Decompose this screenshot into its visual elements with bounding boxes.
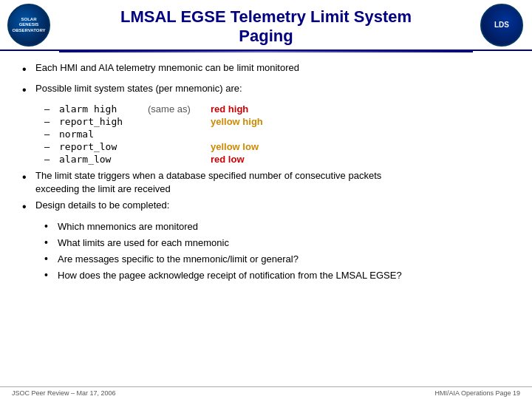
footer-left: JSOC Peer Review – Mar 17, 2006 <box>12 389 116 397</box>
page: SOLAR GENESIS OBSERVATORY LMSAL EGSE Tel… <box>0 0 532 399</box>
title-line2: Paging <box>120 27 412 46</box>
bullet-2-text: Possible limit system states (per mnemon… <box>35 82 242 95</box>
state-label: alarm high <box>59 103 148 115</box>
state-dash: – <box>44 154 59 165</box>
state-label: normal <box>59 129 148 140</box>
states-section: –alarm high(same as)red high–report_high… <box>44 103 510 165</box>
state-row: –report_highyellow high <box>44 116 510 127</box>
state-label: report_high <box>59 116 148 127</box>
header: SOLAR GENESIS OBSERVATORY LMSAL EGSE Tel… <box>0 0 532 51</box>
footer: JSOC Peer Review – Mar 17, 2006 HMI/AIA … <box>0 386 532 399</box>
sub-bullet-text: Are messages specific to the mnemonic/li… <box>58 253 299 266</box>
state-row: –normal <box>44 129 510 140</box>
footer-right: HMI/AIA Operations Page 19 <box>434 389 520 397</box>
state-color-label: yellow high <box>211 116 263 127</box>
title-block: LMSAL EGSE Telemetry Limit System Paging <box>120 7 412 46</box>
sub-bullet-icon: • <box>44 253 58 265</box>
bullet-item-4: • Design details to be completed: <box>22 199 510 215</box>
sub-bullet-icon: • <box>44 236 58 248</box>
title-line1: LMSAL EGSE Telemetry Limit System <box>120 7 412 27</box>
content-area: • Each HMI and AIA telemetry mnemonic ca… <box>0 52 532 386</box>
state-row: –alarm_lowred low <box>44 154 510 165</box>
state-color-label: red low <box>211 154 245 165</box>
state-color-label: red high <box>211 103 248 115</box>
bullet-3-text-1: The limit state triggers when a database… <box>35 169 381 183</box>
bullet-1-icon: • <box>22 61 35 78</box>
bullet-1-text: Each HMI and AIA telemetry mnemonic can … <box>35 61 299 75</box>
bullet-item-3: • The limit state triggers when a databa… <box>22 169 510 196</box>
state-dash: – <box>44 141 59 152</box>
sub-bullet-text: How does the pagee acknowledge receipt o… <box>58 269 402 282</box>
bullet-item-2: • Possible limit system states (per mnem… <box>22 82 510 98</box>
sub-bullet-item: •How does the pagee acknowledge receipt … <box>44 269 510 282</box>
sub-bullet-item: •What limits are used for each mnemonic <box>44 236 510 250</box>
logo-left-circle: SOLAR GENESIS OBSERVATORY <box>7 4 50 47</box>
sub-bullet-icon: • <box>44 269 58 281</box>
state-row: –report_lowyellow low <box>44 141 510 152</box>
logo-left: SOLAR GENESIS OBSERVATORY <box>7 4 52 48</box>
state-dash: – <box>44 103 59 115</box>
sub-bullet-item: •Are messages specific to the mnemonic/l… <box>44 253 510 266</box>
bullet-3-text-2: exceeding the limit are received <box>35 183 381 196</box>
state-dash: – <box>44 116 59 127</box>
state-label: alarm_low <box>59 154 148 165</box>
bullet-3-icon: • <box>22 169 35 185</box>
sub-bullet-item: •Which mnemonics are monitored <box>44 220 510 233</box>
bullet-4-text: Design details to be completed: <box>35 199 169 212</box>
bullet-item-1: • Each HMI and AIA telemetry mnemonic ca… <box>22 61 510 78</box>
state-same-as: (same as) <box>148 103 211 115</box>
bullet-4-icon: • <box>22 199 35 215</box>
bullet-2-icon: • <box>22 82 35 98</box>
logo-left-text: SOLAR GENESIS OBSERVATORY <box>12 17 45 33</box>
sub-bullet-text: What limits are used for each mnemonic <box>58 236 229 250</box>
sub-bullets-section: •Which mnemonics are monitored•What limi… <box>44 220 510 283</box>
state-color-label: yellow low <box>211 141 259 152</box>
sub-bullet-icon: • <box>44 220 58 232</box>
state-label: report_low <box>59 141 148 152</box>
state-dash: – <box>44 129 59 140</box>
logo-right: LDS <box>480 4 525 48</box>
state-row: –alarm high(same as)red high <box>44 103 510 115</box>
logo-right-circle: LDS <box>480 4 523 47</box>
sub-bullet-text: Which mnemonics are monitored <box>58 220 198 233</box>
logo-right-text: LDS <box>494 21 509 30</box>
